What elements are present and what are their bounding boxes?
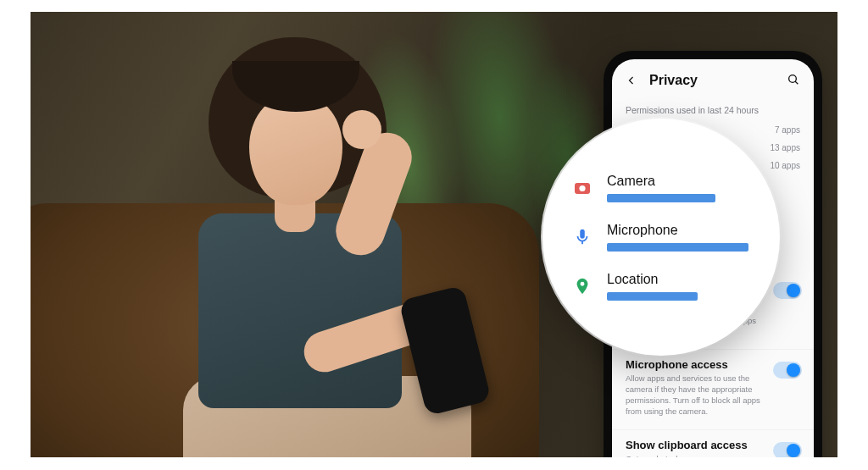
search-icon[interactable] <box>787 73 802 88</box>
svg-line-1 <box>795 81 798 84</box>
usage-bar <box>607 292 758 301</box>
screen-header: Privacy <box>612 59 814 97</box>
setting-clipboard-access[interactable]: Show clipboard access Get an alert when … <box>612 429 814 458</box>
toggle-clipboard-access[interactable] <box>773 442 802 458</box>
setting-title: Microphone access <box>626 358 765 371</box>
setting-desc: Allow apps and services to use the camer… <box>626 373 765 417</box>
microphone-icon <box>571 226 593 248</box>
svg-point-0 <box>789 75 797 83</box>
zoom-row-camera: Camera <box>571 174 758 202</box>
usage-bar <box>607 194 758 202</box>
setting-microphone-access[interactable]: Microphone access Allow apps and service… <box>612 349 814 429</box>
svg-point-3 <box>579 185 585 191</box>
setting-desc: Get an alert when an apps accesses text. <box>626 454 765 458</box>
zoom-label: Camera <box>607 174 758 189</box>
section-label: Permissions used in last 24 hours <box>612 97 814 119</box>
svg-point-6 <box>581 282 585 286</box>
zoom-label: Location <box>607 272 758 287</box>
camera-icon <box>571 177 593 199</box>
magnifier-callout: Camera Microphone Location <box>542 119 780 356</box>
promo-canvas: Privacy Permissions used in last 24 hour… <box>31 12 837 457</box>
usage-bar <box>607 243 758 252</box>
page-title: Privacy <box>649 73 776 88</box>
setting-title: Show clipboard access <box>626 439 765 451</box>
back-icon[interactable] <box>624 73 639 88</box>
toggle-microphone-access[interactable] <box>773 362 802 379</box>
toggle-camera-access[interactable] <box>773 282 802 299</box>
zoom-row-location: Location <box>571 272 758 301</box>
zoom-label: Microphone <box>607 223 758 238</box>
location-icon <box>571 275 593 297</box>
person-illustration <box>132 37 488 457</box>
svg-rect-4 <box>580 229 585 239</box>
zoom-row-microphone: Microphone <box>571 223 758 252</box>
